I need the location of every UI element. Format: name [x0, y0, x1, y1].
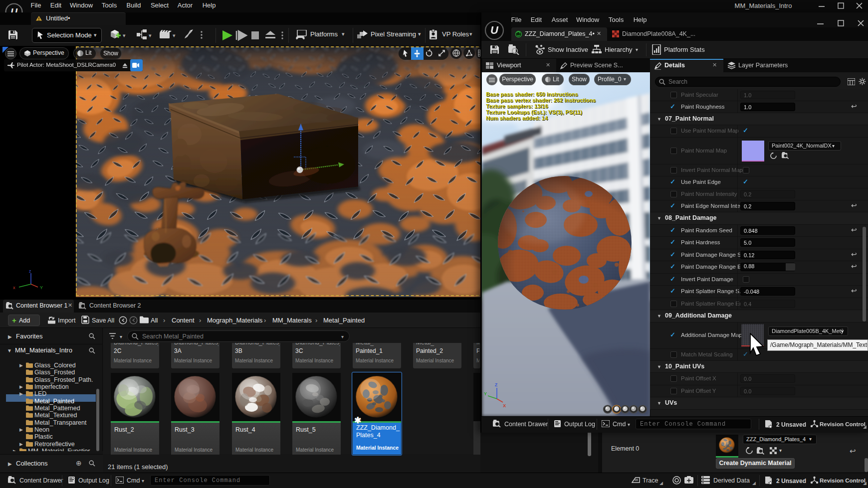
svg-text:X: X — [503, 403, 506, 408]
svg-text:▾: ▾ — [149, 32, 152, 38]
svg-text:Y: Y — [40, 285, 43, 290]
svg-text:U: U — [490, 24, 499, 36]
svg-text:▾: ▾ — [173, 32, 176, 38]
svg-text:▾: ▾ — [123, 32, 126, 38]
svg-text:Z: Z — [495, 382, 498, 387]
svg-text:x: x — [13, 285, 15, 290]
svg-text:z: z — [29, 269, 31, 274]
svg-text:Y: Y — [484, 391, 487, 396]
